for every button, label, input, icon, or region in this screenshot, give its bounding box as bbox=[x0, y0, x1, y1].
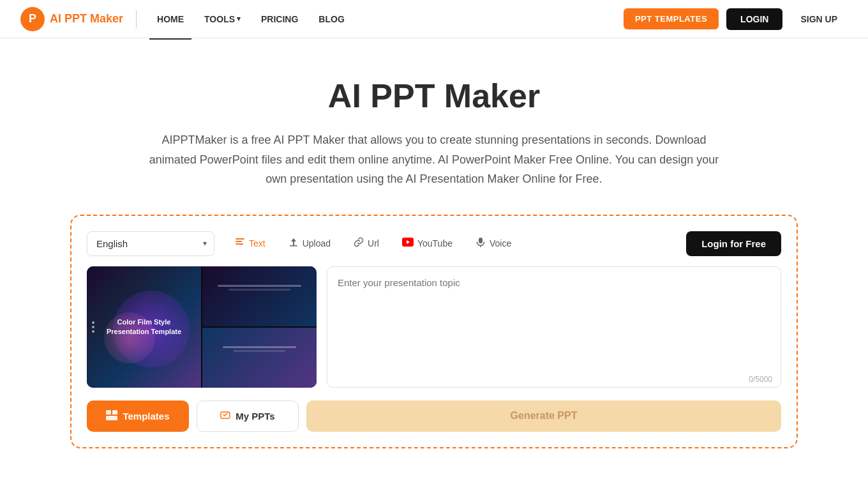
logo-link[interactable]: P AI PPT Maker bbox=[20, 7, 123, 31]
svg-rect-7 bbox=[106, 410, 111, 415]
template-preview[interactable]: Color Film StylePresentation Template bbox=[87, 266, 317, 388]
tab-youtube-label: YouTube bbox=[417, 238, 453, 248]
tab-url[interactable]: Url bbox=[343, 232, 389, 255]
svg-rect-0 bbox=[236, 238, 244, 240]
tab-upload[interactable]: Upload bbox=[278, 232, 341, 255]
hero-description: AIPPTMaker is a free AI PPT Maker that a… bbox=[147, 130, 721, 189]
tab-youtube[interactable]: YouTube bbox=[392, 233, 463, 254]
svg-rect-5 bbox=[479, 238, 483, 243]
templates-button[interactable]: Templates bbox=[87, 400, 189, 432]
preview-slide: Color Film StylePresentation Template bbox=[87, 266, 317, 388]
svg-rect-8 bbox=[112, 410, 117, 415]
tab-bar: Text Upload Url YouTube bbox=[225, 232, 676, 255]
svg-rect-2 bbox=[236, 243, 243, 245]
my-ppts-button[interactable]: My PPTs bbox=[197, 400, 299, 432]
svg-rect-1 bbox=[236, 241, 242, 242]
my-ppts-label: My PPTs bbox=[236, 411, 274, 422]
language-selector-wrapper: English Chinese Spanish French German Ja… bbox=[87, 231, 214, 256]
url-icon bbox=[354, 237, 364, 250]
nav-links: HOME TOOLS ▾ PRICING BLOG bbox=[149, 9, 624, 29]
tab-url-label: Url bbox=[368, 238, 379, 248]
nav-tools[interactable]: TOOLS ▾ bbox=[197, 9, 248, 29]
slide-main: Color Film StylePresentation Template bbox=[87, 266, 201, 388]
svg-rect-9 bbox=[106, 416, 117, 420]
hero-title: AI PPT Maker bbox=[20, 77, 848, 115]
navbar-actions: PPT TEMPLATES LOGIN SIGN UP bbox=[624, 8, 848, 30]
upload-icon bbox=[288, 237, 299, 250]
slide-thumb-1 bbox=[202, 266, 317, 326]
char-count: 0/5000 bbox=[749, 375, 772, 384]
templates-icon bbox=[106, 410, 117, 422]
topic-textarea-wrapper: 0/5000 bbox=[327, 266, 781, 390]
topic-textarea[interactable] bbox=[327, 266, 781, 388]
card-top-row: English Chinese Spanish French German Ja… bbox=[87, 231, 781, 256]
tab-upload-label: Upload bbox=[303, 238, 331, 248]
nav-divider bbox=[136, 10, 137, 28]
tab-text[interactable]: Text bbox=[225, 232, 276, 255]
card-bottom-row: Templates My PPTs Generate PPT bbox=[87, 400, 781, 432]
generate-ppt-button[interactable]: Generate PPT bbox=[306, 400, 781, 432]
youtube-icon bbox=[402, 238, 414, 249]
voice-icon bbox=[475, 237, 486, 250]
card-content-row: Color Film StylePresentation Template 0/… bbox=[87, 266, 781, 390]
main-card: English Chinese Spanish French German Ja… bbox=[70, 215, 798, 448]
nav-home[interactable]: HOME bbox=[149, 9, 191, 29]
nav-blog[interactable]: BLOG bbox=[311, 9, 352, 29]
ppt-templates-button[interactable]: PPT TEMPLATES bbox=[624, 8, 719, 29]
hero-section: AI PPT Maker AIPPTMaker is a free AI PPT… bbox=[0, 38, 868, 215]
language-select[interactable]: English Chinese Spanish French German Ja… bbox=[87, 231, 214, 256]
templates-label: Templates bbox=[123, 411, 169, 422]
dots-icon bbox=[92, 321, 94, 333]
signup-button[interactable]: SIGN UP bbox=[790, 8, 848, 30]
navbar: P AI PPT Maker HOME TOOLS ▾ PRICING BLOG… bbox=[0, 0, 868, 38]
logo-text: AI PPT Maker bbox=[50, 12, 123, 26]
logo-icon: P bbox=[20, 7, 45, 31]
my-ppts-icon bbox=[220, 410, 230, 422]
tab-voice-label: Voice bbox=[490, 238, 511, 248]
svg-rect-3 bbox=[290, 245, 297, 247]
login-for-free-button[interactable]: Login for Free bbox=[686, 231, 781, 256]
slide-thumb-2 bbox=[202, 328, 317, 388]
tab-text-label: Text bbox=[249, 238, 266, 248]
login-button[interactable]: LOGIN bbox=[726, 8, 782, 30]
text-icon bbox=[235, 237, 245, 250]
nav-pricing[interactable]: PRICING bbox=[253, 9, 306, 29]
tab-voice[interactable]: Voice bbox=[465, 232, 521, 255]
template-title: Color Film StylePresentation Template bbox=[107, 317, 181, 336]
chevron-down-icon: ▾ bbox=[237, 15, 241, 23]
